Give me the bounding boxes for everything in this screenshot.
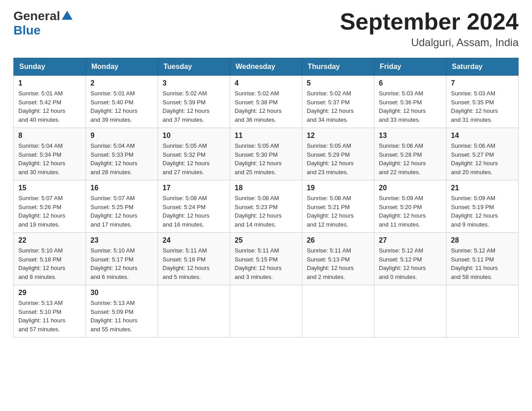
day-info: Sunrise: 5:10 AMSunset: 5:18 PMDaylight:… [18,247,65,280]
day-number: 22 [18,236,81,244]
table-row: 28 Sunrise: 5:12 AMSunset: 5:11 PMDaylig… [446,233,519,285]
table-row: 4 Sunrise: 5:02 AMSunset: 5:38 PMDayligh… [230,76,302,128]
table-row: 19 Sunrise: 5:08 AMSunset: 5:21 PMDaylig… [302,180,374,233]
table-row [302,285,374,338]
day-info: Sunrise: 5:03 AMSunset: 5:36 PMDaylight:… [379,90,426,123]
day-info: Sunrise: 5:12 AMSunset: 5:12 PMDaylight:… [379,247,426,280]
calendar-week-row: 15 Sunrise: 5:07 AMSunset: 5:26 PMDaylig… [14,180,519,233]
calendar-week-row: 29 Sunrise: 5:13 AMSunset: 5:10 PMDaylig… [14,285,519,338]
day-info: Sunrise: 5:09 AMSunset: 5:19 PMDaylight:… [451,195,498,228]
day-info: Sunrise: 5:01 AMSunset: 5:42 PMDaylight:… [18,90,65,123]
day-number: 8 [18,132,81,140]
table-row: 5 Sunrise: 5:02 AMSunset: 5:37 PMDayligh… [302,76,374,128]
day-number: 2 [90,79,153,87]
day-info: Sunrise: 5:10 AMSunset: 5:17 PMDaylight:… [90,247,137,280]
day-number: 11 [235,132,297,140]
calendar-week-row: 1 Sunrise: 5:01 AMSunset: 5:42 PMDayligh… [14,76,519,128]
day-info: Sunrise: 5:11 AMSunset: 5:16 PMDaylight:… [163,247,210,280]
calendar-table: Sunday Monday Tuesday Wednesday Thursday… [13,58,519,338]
day-number: 28 [451,236,514,244]
day-info: Sunrise: 5:06 AMSunset: 5:28 PMDaylight:… [379,142,426,176]
table-row: 1 Sunrise: 5:01 AMSunset: 5:42 PMDayligh… [14,76,86,128]
logo: General Blue [13,9,73,38]
day-number: 18 [235,184,297,192]
calendar-week-row: 22 Sunrise: 5:10 AMSunset: 5:18 PMDaylig… [14,233,519,285]
table-row: 12 Sunrise: 5:05 AMSunset: 5:29 PMDaylig… [302,128,374,180]
table-row: 26 Sunrise: 5:11 AMSunset: 5:13 PMDaylig… [302,233,374,285]
table-row: 15 Sunrise: 5:07 AMSunset: 5:26 PMDaylig… [14,180,86,233]
day-info: Sunrise: 5:03 AMSunset: 5:35 PMDaylight:… [451,90,498,123]
day-info: Sunrise: 5:01 AMSunset: 5:40 PMDaylight:… [90,90,137,123]
day-number: 12 [307,132,369,140]
day-number: 19 [307,184,369,192]
table-row: 10 Sunrise: 5:05 AMSunset: 5:32 PMDaylig… [158,128,230,180]
day-number: 20 [379,184,442,192]
table-row: 29 Sunrise: 5:13 AMSunset: 5:10 PMDaylig… [14,285,86,338]
day-number: 10 [163,132,225,140]
table-row [230,285,302,338]
col-saturday: Saturday [446,58,519,76]
table-row: 21 Sunrise: 5:09 AMSunset: 5:19 PMDaylig… [446,180,519,233]
day-info: Sunrise: 5:05 AMSunset: 5:32 PMDaylight:… [163,142,210,176]
table-row: 24 Sunrise: 5:11 AMSunset: 5:16 PMDaylig… [158,233,230,285]
day-number: 17 [163,184,225,192]
day-info: Sunrise: 5:08 AMSunset: 5:23 PMDaylight:… [235,195,282,228]
table-row: 20 Sunrise: 5:09 AMSunset: 5:20 PMDaylig… [374,180,446,233]
table-row: 14 Sunrise: 5:06 AMSunset: 5:27 PMDaylig… [446,128,519,180]
day-number: 6 [379,79,442,87]
table-row: 30 Sunrise: 5:13 AMSunset: 5:09 PMDaylig… [86,285,158,338]
day-number: 1 [18,79,81,87]
day-number: 23 [90,236,153,244]
calendar-header-row: Sunday Monday Tuesday Wednesday Thursday… [14,58,519,76]
title-section: September 2024 Udalguri, Assam, India [340,9,519,49]
day-info: Sunrise: 5:04 AMSunset: 5:34 PMDaylight:… [18,142,65,176]
day-number: 26 [307,236,369,244]
table-row: 25 Sunrise: 5:11 AMSunset: 5:15 PMDaylig… [230,233,302,285]
day-number: 24 [163,236,225,244]
day-info: Sunrise: 5:07 AMSunset: 5:25 PMDaylight:… [90,195,137,228]
col-thursday: Thursday [302,58,374,76]
day-info: Sunrise: 5:02 AMSunset: 5:37 PMDaylight:… [307,90,354,123]
logo-blue: Blue [13,23,41,37]
day-info: Sunrise: 5:02 AMSunset: 5:38 PMDaylight:… [235,90,282,123]
day-info: Sunrise: 5:11 AMSunset: 5:13 PMDaylight:… [307,247,354,280]
col-sunday: Sunday [14,58,86,76]
col-wednesday: Wednesday [230,58,302,76]
col-friday: Friday [374,58,446,76]
day-info: Sunrise: 5:08 AMSunset: 5:24 PMDaylight:… [163,195,210,228]
day-info: Sunrise: 5:02 AMSunset: 5:39 PMDaylight:… [163,90,210,123]
day-number: 3 [163,79,225,87]
day-info: Sunrise: 5:12 AMSunset: 5:11 PMDaylight:… [451,247,498,280]
day-info: Sunrise: 5:08 AMSunset: 5:21 PMDaylight:… [307,195,354,228]
table-row: 8 Sunrise: 5:04 AMSunset: 5:34 PMDayligh… [14,128,86,180]
day-info: Sunrise: 5:09 AMSunset: 5:20 PMDaylight:… [379,195,426,228]
month-year-title: September 2024 [340,9,519,34]
day-info: Sunrise: 5:13 AMSunset: 5:10 PMDaylight:… [18,300,65,333]
day-number: 7 [451,79,514,87]
day-number: 21 [451,184,514,192]
day-info: Sunrise: 5:05 AMSunset: 5:30 PMDaylight:… [235,142,282,176]
day-number: 16 [90,184,153,192]
day-info: Sunrise: 5:05 AMSunset: 5:29 PMDaylight:… [307,142,354,176]
table-row: 3 Sunrise: 5:02 AMSunset: 5:39 PMDayligh… [158,76,230,128]
page-header: General Blue September 2024 Udalguri, As… [13,9,519,49]
day-number: 9 [90,132,153,140]
day-info: Sunrise: 5:11 AMSunset: 5:15 PMDaylight:… [235,247,282,280]
day-number: 29 [18,289,81,297]
table-row: 22 Sunrise: 5:10 AMSunset: 5:18 PMDaylig… [14,233,86,285]
day-info: Sunrise: 5:13 AMSunset: 5:09 PMDaylight:… [90,300,137,333]
day-info: Sunrise: 5:06 AMSunset: 5:27 PMDaylight:… [451,142,498,176]
table-row: 9 Sunrise: 5:04 AMSunset: 5:33 PMDayligh… [86,128,158,180]
col-tuesday: Tuesday [158,58,230,76]
day-number: 13 [379,132,442,140]
table-row: 16 Sunrise: 5:07 AMSunset: 5:25 PMDaylig… [86,180,158,233]
table-row [374,285,446,338]
day-number: 5 [307,79,369,87]
col-monday: Monday [86,58,158,76]
logo-triangle-icon [61,9,73,21]
calendar-week-row: 8 Sunrise: 5:04 AMSunset: 5:34 PMDayligh… [14,128,519,180]
table-row: 23 Sunrise: 5:10 AMSunset: 5:17 PMDaylig… [86,233,158,285]
table-row: 11 Sunrise: 5:05 AMSunset: 5:30 PMDaylig… [230,128,302,180]
day-number: 30 [90,289,153,297]
table-row: 2 Sunrise: 5:01 AMSunset: 5:40 PMDayligh… [86,76,158,128]
